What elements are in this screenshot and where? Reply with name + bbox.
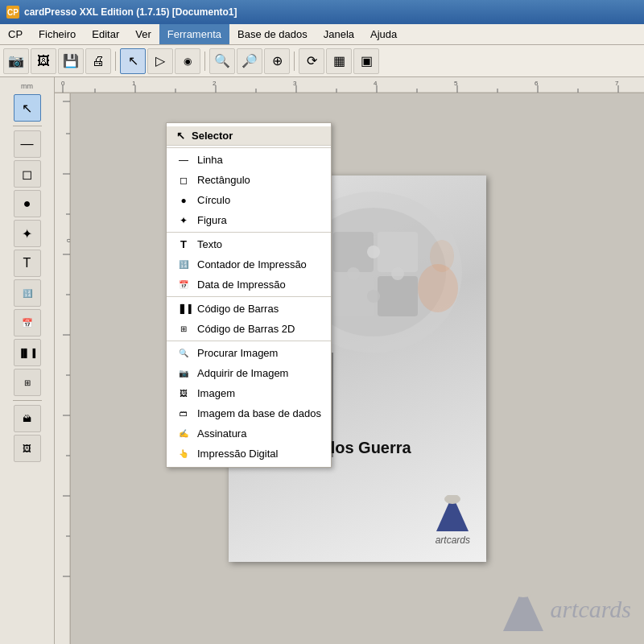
barcode2d-icon: ⊞ xyxy=(176,324,191,335)
app-title: cardPresso XXL Edition (1.7.15) [Documen… xyxy=(24,6,237,18)
menu-janela[interactable]: Janela xyxy=(316,24,362,44)
toolbar-zoom-fit-btn[interactable]: ⊕ xyxy=(264,48,290,74)
canvas-area[interactable]: Carlos Guerra artcards artcards xyxy=(71,93,644,644)
tool-db-field[interactable]: 🔢 xyxy=(14,279,41,307)
tool-sep2 xyxy=(13,400,42,401)
tool-rect[interactable]: ◻ xyxy=(14,160,41,188)
tool-selector[interactable]: ↖ xyxy=(14,94,41,122)
tool-image-search[interactable]: 🏔 xyxy=(14,405,41,432)
contador-label: Contador de Impressão xyxy=(197,258,307,270)
toolbar-new-btn[interactable]: 📷 xyxy=(3,48,29,74)
toolbar-zoom-out-btn[interactable]: 🔎 xyxy=(237,48,262,74)
fingerprint-icon: 👆 xyxy=(176,448,191,460)
menu-sep1 xyxy=(167,147,331,148)
toolbar-btn8[interactable]: ▦ xyxy=(326,48,352,74)
svg-rect-45 xyxy=(378,232,418,272)
svg-point-57 xyxy=(514,587,533,597)
svg-point-52 xyxy=(418,264,458,312)
menu-ajuda[interactable]: Ajuda xyxy=(362,24,405,44)
svg-text:7: 7 xyxy=(615,80,619,87)
selector-label: Selector xyxy=(192,130,233,142)
linha-label: Linha xyxy=(197,154,223,166)
svg-text:3: 3 xyxy=(293,80,297,87)
toolbar-save-btn[interactable]: 💾 xyxy=(58,48,84,74)
menu-cp[interactable]: CP xyxy=(0,24,31,44)
ferramenta-dropdown-menu: ↖ Selector — Linha ◻ Rectângulo ● Círcul… xyxy=(166,122,332,468)
procurar-label: Procurar Imagem xyxy=(197,347,278,359)
tool-text[interactable]: T xyxy=(14,250,41,277)
menu-ferramenta[interactable]: Ferramenta xyxy=(159,24,229,44)
menu-item-imagem-db[interactable]: 🗃 Imagem da base de dados xyxy=(167,403,331,423)
watermark-text: artcards xyxy=(550,596,631,623)
menu-item-assinatura[interactable]: ✍ Assinatura xyxy=(167,423,331,444)
menu-item-linha[interactable]: — Linha xyxy=(167,150,331,170)
menu-item-barras2d[interactable]: ⊞ Código de Barras 2D xyxy=(167,319,331,339)
toolbar-btn9[interactable]: ▣ xyxy=(353,48,379,74)
toolbar-selector-btn[interactable]: ↖ xyxy=(120,48,146,74)
menu-item-data[interactable]: 📅 Data de Impressão xyxy=(167,275,331,295)
svg-point-50 xyxy=(347,267,360,280)
text-icon: T xyxy=(176,239,191,250)
toolbar-zoom-in-btn[interactable]: 🔍 xyxy=(209,48,235,74)
toolbar-btn5[interactable]: ▷ xyxy=(147,48,173,74)
svg-text:0: 0 xyxy=(61,80,65,87)
tool-figura[interactable]: ✦ xyxy=(14,220,41,247)
menu-item-impressao[interactable]: 👆 Impressão Digital xyxy=(167,444,331,464)
svg-text:5: 5 xyxy=(454,80,458,87)
toolbar-print-btn[interactable]: 🖨 xyxy=(85,48,111,74)
tools-panel: mm ↖ — ◻ ● ✦ T 🔢 📅 ▐▌▐ ⊞ 🏔 🖼 xyxy=(0,77,55,644)
toolbar-open-btn[interactable]: 🖼 xyxy=(31,48,56,74)
tool-line[interactable]: — xyxy=(14,130,41,158)
svg-rect-0 xyxy=(55,77,644,93)
circle-icon: ● xyxy=(176,195,191,206)
texto-label: Texto xyxy=(197,238,222,250)
menu-base-de-dados[interactable]: Base de dados xyxy=(229,24,316,44)
tool-sep1 xyxy=(13,126,42,126)
svg-text:2: 2 xyxy=(213,80,217,87)
main-area: mm ↖ — ◻ ● ✦ T 🔢 📅 ▐▌▐ ⊞ 🏔 🖼 xyxy=(0,77,644,644)
menu-item-figura[interactable]: ✦ Figura xyxy=(167,210,331,230)
menu-sep4 xyxy=(167,341,331,341)
toolbar-btn7[interactable]: ⟳ xyxy=(299,48,324,74)
menu-item-procurar[interactable]: 🔍 Procurar Imagem xyxy=(167,343,331,363)
top-ruler: 0 1 2 3 4 5 6 7 xyxy=(55,77,644,93)
menu-item-contador[interactable]: 🔢 Contador de Impressão xyxy=(167,254,331,275)
card-logo: artcards xyxy=(436,495,470,546)
line-icon: — xyxy=(176,155,191,166)
menu-item-rectangulo[interactable]: ◻ Rectângulo xyxy=(167,170,331,190)
tool-circle[interactable]: ● xyxy=(14,190,41,217)
svg-rect-47 xyxy=(378,276,418,316)
db-img-icon: 🗃 xyxy=(176,408,191,419)
circulo-label: Círculo xyxy=(197,194,230,206)
tool-qr[interactable]: ⊞ xyxy=(14,369,41,396)
assinatura-label: Assinatura xyxy=(197,427,246,440)
menu-item-adquirir[interactable]: 📷 Adquirir de Imagem xyxy=(167,363,331,383)
artcards-logo-text: artcards xyxy=(436,535,470,546)
tool-barcode[interactable]: ▐▌▐ xyxy=(14,339,41,366)
impressao-label: Impressão Digital xyxy=(197,448,278,460)
menu-item-barras[interactable]: ▐▌▐ Código de Barras xyxy=(167,299,331,319)
svg-point-49 xyxy=(367,290,380,303)
svg-text:6: 6 xyxy=(535,80,539,87)
svg-point-48 xyxy=(367,246,380,258)
menu-ficheiro[interactable]: Ficheiro xyxy=(31,24,84,44)
app-icon: CP xyxy=(6,6,19,19)
menu-item-imagem[interactable]: 🖼 Imagem xyxy=(167,383,331,403)
menu-item-texto[interactable]: T Texto xyxy=(167,234,331,254)
svg-point-51 xyxy=(391,267,404,280)
tool-calendar[interactable]: 📅 xyxy=(14,309,41,336)
menu-editar[interactable]: Editar xyxy=(84,24,127,44)
ruler-unit-label: mm xyxy=(21,80,33,92)
toolbar-btn6[interactable]: ◉ xyxy=(175,48,200,74)
menu-ver[interactable]: Ver xyxy=(127,24,159,44)
svg-text:1: 1 xyxy=(132,80,136,87)
imagem-label: Imagem xyxy=(197,387,235,399)
menu-item-circulo[interactable]: ● Círculo xyxy=(167,190,331,210)
toolbar-sep3 xyxy=(294,52,295,71)
signature-icon: ✍ xyxy=(176,428,191,440)
menu-selector-header[interactable]: ↖ Selector xyxy=(167,126,331,146)
svg-text:4: 4 xyxy=(374,80,378,87)
watermark: artcards xyxy=(503,587,631,631)
search-img-icon: 🔍 xyxy=(176,348,191,359)
tool-image[interactable]: 🖼 xyxy=(14,435,41,462)
